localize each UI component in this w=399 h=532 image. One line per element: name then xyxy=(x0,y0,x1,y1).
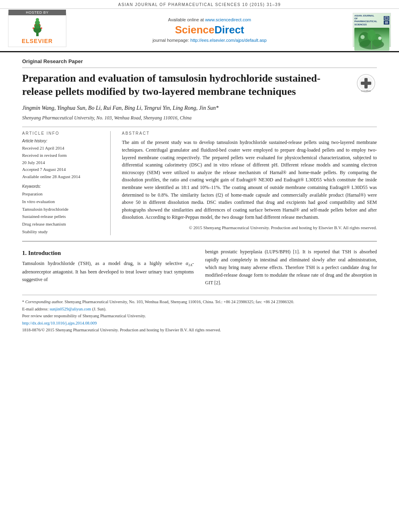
hosted-by-label: HOSTED BY xyxy=(8,10,66,15)
body-right: benign prostatic hyperplasia (LUPS/BPH) … xyxy=(205,248,377,287)
svg-point-5 xyxy=(33,27,34,29)
corresponding-author-line: * Corresponding author. Shenyang Pharmac… xyxy=(22,298,377,306)
cover-title: ASIAN JOURNAL OF PHARMACEUTICAL SCIENCES xyxy=(354,14,384,26)
authors: Jingmin Wang, Yinghua Sun, Bo Li, Rui Fa… xyxy=(22,104,377,113)
section-number: 1. xyxy=(22,250,27,256)
history-item-0: Received 21 April 2014 xyxy=(22,145,104,152)
main-content: Original Research Paper Preparation and … xyxy=(0,52,399,333)
cover-top: ASIAN JOURNAL OF PHARMACEUTICAL SCIENCES xyxy=(354,14,389,26)
elsevier-text: ELSEVIER xyxy=(22,38,53,44)
footer-notes: * Corresponding author. Shenyang Pharmac… xyxy=(22,295,377,333)
science-text: Science xyxy=(175,24,214,36)
introduction-text-left: Tamsulosin hydrochloride (TSH), as a mod… xyxy=(22,260,194,283)
abstract-text: The aim of the present study was to deve… xyxy=(122,139,377,221)
journal-header-bar: ASIAN JOURNAL OF PHARMACEUTICAL SCIENCES… xyxy=(0,0,399,9)
doi-line: http://dx.doi.org/10.1016/j.ajps.2014.08… xyxy=(22,320,377,327)
article-info-col: ARTICLE INFO Article history: Received 2… xyxy=(22,131,111,235)
corresponding-author-label: Corresponding author. xyxy=(25,300,65,304)
paper-type-label: Original Research Paper xyxy=(22,58,377,68)
journal-homepage: journal homepage: http://ees.elsevier.co… xyxy=(152,38,267,43)
keyword-1: In vitro evaluation xyxy=(22,198,104,205)
keyword-4: Drug release mechanism xyxy=(22,220,104,228)
cover-illustration xyxy=(354,28,389,51)
body-section: 1. Introduction Tamsulosin hydrochloride… xyxy=(22,241,377,287)
crossmark-icon: CrossMark xyxy=(356,73,376,93)
available-online: Available online at www.sciencedirect.co… xyxy=(168,17,251,22)
svg-point-19 xyxy=(378,37,381,40)
body-divider xyxy=(22,241,377,242)
abstract-heading: ABSTRACT xyxy=(122,131,377,136)
cover-icon-svg-1 xyxy=(385,16,389,20)
introduction-title: Introduction xyxy=(28,250,61,256)
elsevier-logo: HOSTED BY ELSEVIER xyxy=(8,13,66,47)
abstract-col: ABSTRACT The aim of the present study wa… xyxy=(122,131,377,235)
keyword-2: Tamsulosin hydrochloride xyxy=(22,205,104,213)
divider-1 xyxy=(22,127,377,127)
corresponding-author-text: Shenyang Pharmaceutical University, No. … xyxy=(65,300,294,304)
elsevier-logo-inner: ELSEVIER xyxy=(22,17,53,44)
history-item-3: Accepted 7 August 2014 xyxy=(22,166,104,173)
direct-text: Direct xyxy=(214,24,244,36)
elsevier-tree-icon xyxy=(25,17,49,37)
peer-review-line: Peer review under responsibility of Shen… xyxy=(22,312,377,319)
history-item-2: 20 July 2014 xyxy=(22,159,104,166)
email-link[interactable]: sunjin0529@aliyun.com xyxy=(49,307,91,311)
article-history-label: Article history: xyxy=(22,139,104,143)
journal-url[interactable]: http://ees.elsevier.com/ajps/default.asp xyxy=(190,38,267,43)
cover-icon-box-1 xyxy=(384,16,389,20)
doi-link[interactable]: http://dx.doi.org/10.1016/j.ajps.2014.08… xyxy=(22,321,97,325)
cover-icons xyxy=(384,16,389,25)
email-label: E-mail address: xyxy=(22,307,49,311)
email-person: (J. Sun). xyxy=(92,307,106,311)
affiliation: Shenyang Pharmaceutical University, No. … xyxy=(22,115,377,121)
svg-point-6 xyxy=(41,27,42,29)
two-col-body: 1. Introduction Tamsulosin hydrochloride… xyxy=(22,248,377,287)
sciencedirect-brand: ScienceDirect xyxy=(175,24,244,36)
svg-point-17 xyxy=(368,29,376,41)
article-abstract-section: ARTICLE INFO Article history: Received 2… xyxy=(22,131,377,235)
issn-line: 1818-0876/© 2015 Shenyang Pharmaceutical… xyxy=(22,327,377,333)
paper-title: Preparation and evaluation of tamsulosin… xyxy=(22,72,347,98)
cover-icon-box-2 xyxy=(384,21,389,25)
body-left: 1. Introduction Tamsulosin hydrochloride… xyxy=(22,248,194,287)
publisher-header: HOSTED BY ELSEVIER xyxy=(0,9,399,52)
alpha-sub: α1A xyxy=(186,261,192,266)
journal-header-text: ASIAN JOURNAL OF PHARMACEUTICAL SCIENCES… xyxy=(118,2,281,7)
keyword-5: Stability study xyxy=(22,228,104,236)
cover-icon-svg-2 xyxy=(385,21,389,24)
email-line: E-mail address: sunjin0529@aliyun.com (J… xyxy=(22,306,377,312)
svg-rect-24 xyxy=(361,82,371,85)
journal-cover: ASIAN JOURNAL OF PHARMACEUTICAL SCIENCES xyxy=(353,13,391,47)
sciencedirect-url[interactable]: www.sciencedirect.com xyxy=(205,17,251,22)
crossmark-badge: CrossMark xyxy=(355,72,377,94)
keywords-label: Keywords: xyxy=(22,184,104,189)
footnote-star: * xyxy=(22,300,24,304)
svg-point-4 xyxy=(36,18,39,21)
keyword-3: Sustained-release pellets xyxy=(22,213,104,220)
svg-text:CrossMark: CrossMark xyxy=(361,90,371,92)
introduction-heading: 1. Introduction xyxy=(22,250,194,257)
svg-point-18 xyxy=(360,35,364,39)
copyright-line: © 2015 Shenyang Pharmaceutical Universit… xyxy=(122,224,377,231)
article-info-heading: ARTICLE INFO xyxy=(22,131,104,136)
header-center: Available online at www.sciencedirect.co… xyxy=(70,17,349,43)
svg-point-8 xyxy=(39,25,40,26)
history-item-1: Received in revised form xyxy=(22,152,104,159)
history-item-4: Available online 28 August 2014 xyxy=(22,173,104,181)
introduction-text-right: benign prostatic hyperplasia (LUPS/BPH) … xyxy=(205,248,377,287)
cover-image-area xyxy=(354,28,389,51)
title-section: Preparation and evaluation of tamsulosin… xyxy=(22,72,377,98)
svg-point-7 xyxy=(34,25,35,26)
keyword-0: Preparation xyxy=(22,190,104,198)
